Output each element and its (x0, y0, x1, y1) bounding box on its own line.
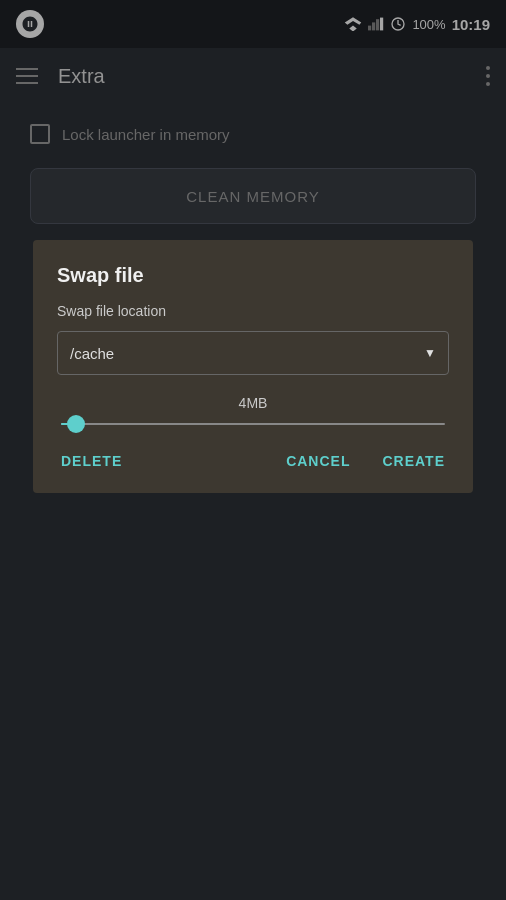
cancel-button[interactable]: CANCEL (282, 445, 354, 477)
slider-label: 4MB (57, 395, 449, 411)
dialog-subtitle: Swap file location (57, 303, 449, 319)
create-button[interactable]: CREATE (378, 445, 449, 477)
dropdown-value: /cache (70, 345, 114, 362)
slider-thumb[interactable] (67, 415, 85, 433)
slider-track[interactable] (61, 423, 445, 425)
dialog-overlay: Swap file Swap file location /cache ▼ 4M… (0, 0, 506, 900)
dialog-actions: DELETE CANCEL CREATE (57, 445, 449, 477)
swap-file-dialog: Swap file Swap file location /cache ▼ 4M… (33, 240, 473, 493)
location-dropdown[interactable]: /cache ▼ (57, 331, 449, 375)
delete-button[interactable]: DELETE (57, 445, 126, 477)
chevron-down-icon: ▼ (424, 346, 436, 360)
size-slider-container (57, 423, 449, 425)
dialog-title: Swap file (57, 264, 449, 287)
